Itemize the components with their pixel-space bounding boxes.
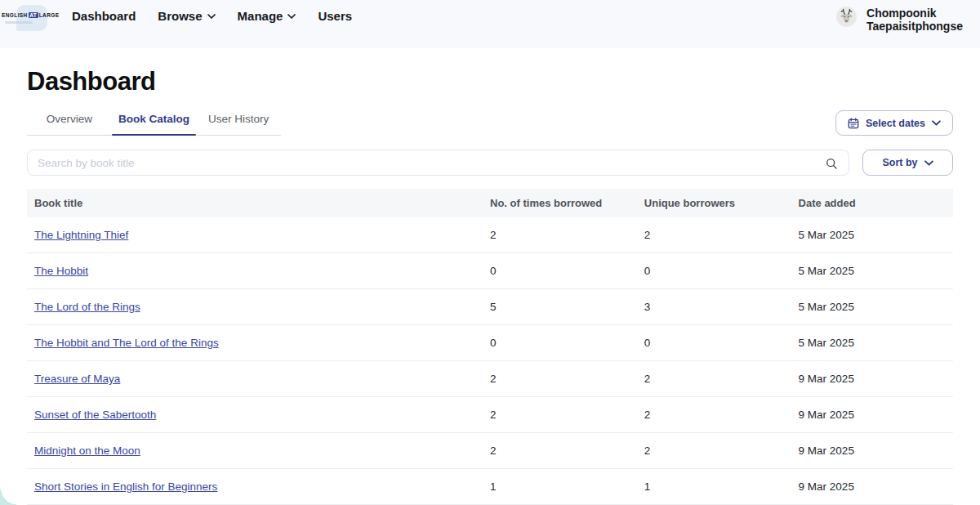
tab-overview[interactable]: Overview	[27, 110, 112, 135]
nav-item-browse[interactable]: Browse	[158, 8, 215, 25]
user-name-line1: Chompoonik	[866, 7, 963, 20]
tab-user-history[interactable]: User History	[196, 110, 281, 135]
sort-by-button[interactable]: Sort by	[862, 150, 953, 176]
book-title-link[interactable]: Sunset of the Sabertooth	[34, 409, 156, 421]
book-title-cell: The Hobbit and The Lord of the Rings	[27, 337, 490, 349]
tab-bar: Overview Book Catalog User History	[27, 110, 281, 136]
logo-text-left: ENGLISH	[2, 12, 28, 18]
book-title-link[interactable]: The Hobbit and The Lord of the Rings	[34, 337, 219, 349]
book-title-cell: Short Stories in English for Beginners	[27, 480, 490, 493]
app-logo[interactable]: ENGLISHATLARGE	[0, 0, 54, 48]
unique-borrowers-value: 2	[644, 229, 799, 241]
column-header-unique-borrowers: Unique borrowers	[644, 197, 799, 209]
book-title-link[interactable]: The Hobbit	[34, 265, 88, 277]
nav-item-label: Dashboard	[72, 8, 136, 25]
book-catalog-table: Book title No. of times borrowed Unique …	[27, 189, 953, 505]
table-row: Sunset of the Sabertooth 2 2 9 Mar 2025	[27, 397, 953, 433]
chevron-down-icon	[287, 14, 296, 19]
times-borrowed-value: 2	[490, 373, 644, 385]
table-row: The Hobbit 0 0 5 Mar 2025	[27, 253, 953, 289]
date-added-value: 5 Mar 2025	[799, 229, 953, 241]
unique-borrowers-value: 3	[644, 301, 799, 313]
table-row: Short Stories in English for Beginners 1…	[27, 469, 953, 505]
book-title-link[interactable]: Midnight on the Moon	[34, 445, 140, 457]
book-title-cell: Midnight on the Moon	[27, 445, 490, 457]
logo-text: ENGLISHATLARGE	[2, 12, 59, 18]
logo-tagline	[5, 21, 33, 24]
user-name: Chompoonik Taepaisitphongse	[866, 7, 963, 33]
times-borrowed-value: 2	[490, 409, 644, 421]
times-borrowed-value: 0	[490, 337, 644, 349]
book-title-cell: Treasure of Maya	[27, 373, 490, 385]
top-nav-bar: ENGLISHATLARGE Dashboard Browse Manage U…	[0, 0, 980, 48]
tabs-row: Overview Book Catalog User History Selec…	[27, 110, 953, 136]
times-borrowed-value: 2	[490, 445, 644, 457]
times-borrowed-value: 2	[490, 229, 644, 241]
sort-by-label: Sort by	[882, 157, 917, 168]
nav-item-label: Browse	[158, 8, 202, 25]
table-row: Midnight on the Moon 2 2 9 Mar 2025	[27, 433, 953, 469]
main-nav: Dashboard Browse Manage Users	[72, 0, 352, 25]
date-added-value: 9 Mar 2025	[799, 409, 953, 421]
chevron-down-icon	[924, 160, 933, 166]
select-dates-button[interactable]: Select dates	[835, 110, 953, 136]
table-row: The Lord of the Rings 5 3 5 Mar 2025	[27, 289, 953, 325]
date-added-value: 5 Mar 2025	[799, 301, 953, 313]
column-header-date-added: Date added	[799, 197, 953, 209]
book-title-link[interactable]: Short Stories in English for Beginners	[34, 480, 217, 493]
unique-borrowers-value: 2	[644, 373, 799, 385]
nav-item-label: Manage	[238, 8, 283, 25]
calendar-icon	[848, 118, 859, 129]
table-row: Treasure of Maya 2 2 9 Mar 2025	[27, 361, 953, 397]
book-title-link[interactable]: Treasure of Maya	[34, 373, 120, 385]
book-title-cell: The Lightning Thief	[27, 229, 490, 241]
tab-book-catalog[interactable]: Book Catalog	[112, 110, 197, 135]
unique-borrowers-value: 0	[644, 337, 799, 349]
book-title-cell: The Hobbit	[27, 265, 490, 277]
nav-item-users[interactable]: Users	[318, 8, 352, 25]
times-borrowed-value: 0	[490, 265, 644, 277]
date-added-value: 9 Mar 2025	[799, 373, 953, 385]
search-box	[27, 150, 849, 176]
column-header-book-title: Book title	[27, 197, 490, 209]
unique-borrowers-value: 0	[644, 265, 799, 277]
logo-text-right: LARGE	[39, 12, 60, 18]
select-dates-label: Select dates	[866, 118, 925, 129]
times-borrowed-value: 5	[490, 301, 644, 313]
column-header-times-borrowed: No. of times borrowed	[490, 197, 644, 209]
table-row: The Hobbit and The Lord of the Rings 0 0…	[27, 325, 953, 361]
unique-borrowers-value: 2	[644, 409, 799, 421]
chevron-down-icon	[207, 14, 216, 19]
nav-item-dashboard[interactable]: Dashboard	[72, 8, 136, 25]
user-name-line2: Taepaisitphongse	[866, 20, 963, 33]
search-icon[interactable]	[825, 157, 838, 173]
chevron-down-icon	[932, 120, 941, 126]
date-added-value: 5 Mar 2025	[799, 337, 953, 349]
table-body: The Lightning Thief 2 2 5 Mar 2025 The H…	[27, 217, 953, 505]
nav-item-manage[interactable]: Manage	[238, 8, 296, 25]
user-menu[interactable]: Chompoonik Taepaisitphongse	[836, 0, 963, 33]
date-added-value: 5 Mar 2025	[799, 265, 953, 277]
book-title-cell: Sunset of the Sabertooth	[27, 409, 490, 421]
date-added-value: 9 Mar 2025	[799, 480, 953, 493]
deer-avatar-icon	[837, 7, 856, 26]
table-row: The Lightning Thief 2 2 5 Mar 2025	[27, 217, 953, 253]
book-title-link[interactable]: The Lord of the Rings	[34, 301, 140, 313]
book-title-cell: The Lord of the Rings	[27, 301, 490, 313]
logo-bubble-shape	[16, 5, 47, 31]
times-borrowed-value: 1	[490, 480, 644, 493]
unique-borrowers-value: 2	[644, 445, 799, 457]
table-header-row: Book title No. of times borrowed Unique …	[27, 189, 953, 217]
book-title-link[interactable]: The Lightning Thief	[34, 229, 128, 241]
date-added-value: 9 Mar 2025	[799, 445, 953, 457]
page-title: Dashboard	[27, 67, 953, 96]
main-content: Dashboard Overview Book Catalog User His…	[0, 67, 980, 505]
search-row: Sort by	[27, 150, 953, 176]
logo-text-at: AT	[29, 12, 38, 18]
nav-item-label: Users	[318, 8, 352, 25]
avatar	[836, 7, 857, 27]
unique-borrowers-value: 1	[644, 480, 799, 493]
search-input[interactable]	[38, 157, 816, 169]
